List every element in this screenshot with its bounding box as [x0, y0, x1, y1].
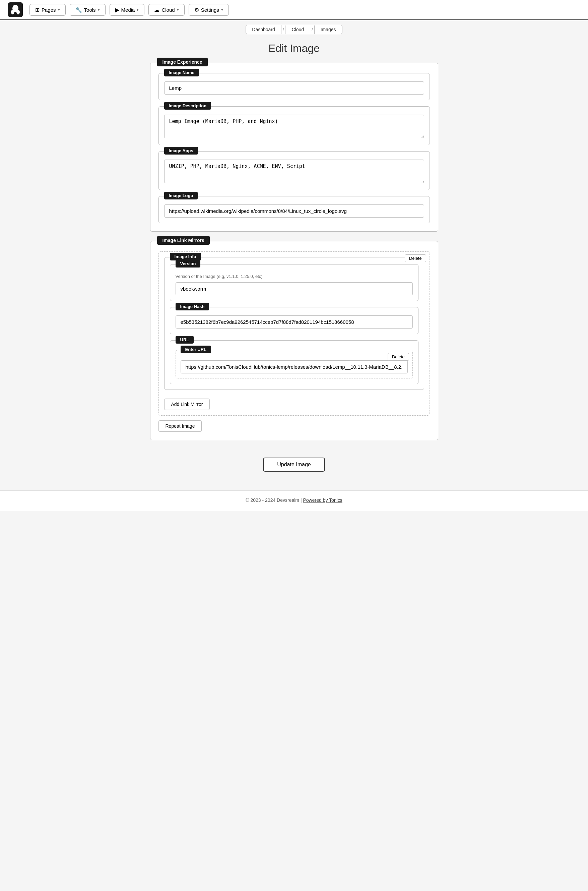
breadcrumb: Dashboard / Cloud / Images: [246, 25, 342, 34]
image-description-label: Image Description: [164, 102, 212, 110]
url-input[interactable]: [181, 361, 408, 373]
breadcrumb-sep-1: /: [281, 26, 286, 34]
main-content: Image Experience Image Name Image Descri…: [143, 63, 445, 490]
url-delete-button[interactable]: Delete: [388, 353, 409, 361]
update-button-wrap: Update Image: [150, 449, 438, 477]
url-label: URL: [176, 336, 194, 344]
footer-link[interactable]: Powered by Tonics: [303, 497, 342, 503]
tools-button[interactable]: 🔧 Tools ▾: [70, 4, 105, 16]
breadcrumb-sep-2: /: [310, 26, 315, 34]
cloud-label: Cloud: [162, 7, 174, 13]
image-logo-label: Image Logo: [164, 192, 198, 200]
media-button[interactable]: ▶ Media ▾: [110, 4, 145, 16]
tools-label: Tools: [84, 7, 96, 13]
version-group: Version Version of the Image (e.g, v1.1.…: [170, 264, 418, 301]
svg-point-3: [16, 10, 20, 14]
update-image-button[interactable]: Update Image: [263, 458, 325, 472]
breadcrumb-images[interactable]: Images: [315, 25, 342, 34]
image-link-mirrors-section: Image Link Mirrors Delete Image Info Ver…: [150, 241, 438, 440]
image-info-label: Image Info: [170, 253, 201, 260]
url-group: URL Delete Enter URL: [170, 340, 418, 384]
media-label: Media: [121, 7, 135, 13]
image-logo-input[interactable]: [164, 204, 424, 218]
image-hash-label: Image Hash: [176, 303, 209, 310]
pages-icon: ⊞: [35, 7, 39, 13]
svg-point-2: [11, 10, 14, 14]
image-info-group: Image Info Version Version of the Image …: [164, 257, 424, 390]
repeat-image-button[interactable]: Repeat Image: [159, 420, 202, 432]
url-inner-box: Delete Enter URL: [176, 350, 413, 379]
image-description-group: Image Description: [159, 106, 430, 145]
pages-button[interactable]: ⊞ Pages ▾: [30, 4, 66, 16]
breadcrumb-bar: Dashboard / Cloud / Images: [0, 20, 588, 37]
settings-icon: ⚙: [194, 7, 199, 13]
image-name-label: Image Name: [164, 69, 200, 77]
logo: [8, 2, 23, 17]
image-experience-section: Image Experience Image Name Image Descri…: [150, 63, 438, 231]
media-chevron: ▾: [137, 8, 139, 12]
image-name-group: Image Name: [159, 73, 430, 100]
image-name-input[interactable]: [164, 81, 424, 95]
image-apps-label: Image Apps: [164, 147, 198, 155]
settings-button[interactable]: ⚙ Settings ▾: [189, 4, 229, 16]
image-logo-group: Image Logo: [159, 196, 430, 223]
add-link-mirror-button[interactable]: Add Link Mirror: [164, 398, 210, 410]
tools-chevron: ▾: [98, 8, 100, 12]
page-title: Edit Image: [0, 37, 588, 63]
media-icon: ▶: [115, 7, 119, 13]
pages-label: Pages: [42, 7, 56, 13]
tools-icon: 🔧: [75, 7, 82, 13]
image-link-mirrors-label: Image Link Mirrors: [157, 236, 210, 245]
image-experience-label: Image Experience: [157, 58, 208, 66]
main-nav: ⊞ Pages ▾ 🔧 Tools ▾ ▶ Media ▾ ☁ Cloud ▾ …: [0, 0, 588, 20]
cloud-icon: ☁: [154, 7, 159, 13]
image-apps-input[interactable]: [164, 159, 424, 183]
pages-chevron: ▾: [58, 8, 60, 12]
footer-text: © 2023 - 2024 Devsrealm |: [246, 497, 303, 503]
image-description-input[interactable]: [164, 115, 424, 138]
breadcrumb-cloud[interactable]: Cloud: [285, 25, 310, 34]
footer: © 2023 - 2024 Devsrealm | Powered by Ton…: [0, 490, 588, 511]
settings-label: Settings: [201, 7, 219, 13]
version-input[interactable]: [176, 282, 413, 295]
enter-url-label: Enter URL: [181, 346, 212, 353]
cloud-chevron: ▾: [177, 8, 179, 12]
version-label: Version: [176, 260, 201, 267]
image-hash-input[interactable]: [176, 316, 413, 329]
image-hash-group: Image Hash: [170, 307, 418, 334]
version-hint: Version of the Image (e.g, v1.1.0, 1.25.…: [176, 274, 413, 279]
cloud-button[interactable]: ☁ Cloud ▾: [148, 4, 184, 16]
breadcrumb-dashboard[interactable]: Dashboard: [246, 25, 281, 34]
settings-chevron: ▾: [221, 8, 223, 12]
image-info-dashed-box: Delete Image Info Version Version of the…: [159, 251, 430, 416]
image-info-delete-button[interactable]: Delete: [405, 254, 426, 262]
image-apps-group: Image Apps: [159, 151, 430, 190]
